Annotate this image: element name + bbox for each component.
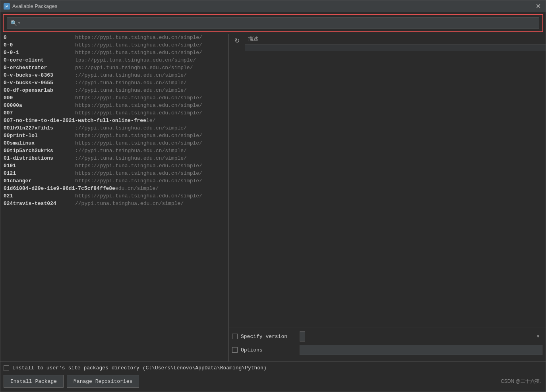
list-item[interactable]: 00lh9ln227xfih1s://pypi.tuna.tsinghua.ed…: [0, 124, 228, 132]
list-item[interactable]: 00-df-opensarlab://pypi.tuna.tsinghua.ed…: [0, 87, 228, 94]
list-item[interactable]: 0-v-bucks-v-9655://pypi.tuna.tsinghua.ed…: [0, 79, 228, 87]
package-url: ps://pypi.tuna.tsinghua.edu.cn/simple/: [75, 65, 193, 71]
list-item[interactable]: 007https://pypi.tuna.tsinghua.edu.cn/sim…: [0, 109, 228, 117]
search-dropdown-arrow[interactable]: ▾: [18, 21, 20, 25]
list-item[interactable]: 00tip5arch2ukrks://pypi.tuna.tsinghua.ed…: [0, 147, 228, 154]
install-to-user-label: Install to user's site packages director…: [12, 365, 267, 371]
package-list: 0https://pypi.tuna.tsinghua.edu.cn/simpl…: [0, 34, 228, 361]
version-select-wrapper: [300, 331, 542, 342]
package-name: 0101: [4, 163, 75, 169]
refresh-and-desc: ↻ 描述: [229, 34, 546, 328]
package-url: ://pypi.tuna.tsinghua.edu.cn/simple/: [75, 80, 187, 86]
list-item[interactable]: 0-0-1https://pypi.tuna.tsinghua.edu.cn/s…: [0, 49, 228, 56]
list-item[interactable]: 01-distributions://pypi.tuna.tsinghua.ed…: [0, 154, 228, 162]
watermark: CSDN @二十六夜.: [501, 378, 542, 385]
list-item[interactable]: 007-no-time-to-die-2021-watch-full-onlin…: [0, 117, 228, 124]
package-name: 0-v-bucks-v-8363: [4, 72, 75, 78]
options-checkbox[interactable]: [232, 347, 238, 353]
package-name: 00smalinux: [4, 140, 75, 146]
package-url: https://pypi.tuna.tsinghua.edu.cn/simple…: [75, 42, 202, 48]
title-bar: P Available Packages ✕: [0, 0, 546, 12]
list-item[interactable]: 0-core-clienttps://pypi.tuna.tsinghua.ed…: [0, 56, 228, 64]
close-button[interactable]: ✕: [534, 2, 542, 11]
available-packages-window: P Available Packages ✕ 🔍 ▾ 0https://pypi…: [0, 0, 546, 392]
package-name: 01-distributions: [4, 155, 75, 161]
main-content: 0https://pypi.tuna.tsinghua.edu.cn/simpl…: [0, 34, 546, 361]
list-item[interactable]: 0121https://pypi.tuna.tsinghua.edu.cn/si…: [0, 170, 228, 177]
package-name: 0-0-1: [4, 50, 75, 56]
package-name: 00print-lol: [4, 133, 75, 139]
package-url: ://pypi.tuna.tsinghua.edu.cn/simple/: [75, 72, 187, 78]
specify-version-row: Specify version: [232, 331, 542, 342]
buttons-left: Install Package Manage Repositories: [4, 375, 139, 388]
package-url: https://pypi.tuna.tsinghua.edu.cn/simple…: [75, 133, 202, 139]
bottom-bar: Install to user's site packages director…: [0, 361, 546, 392]
list-item[interactable]: 00print-lolhttps://pypi.tuna.tsinghua.ed…: [0, 132, 228, 139]
list-item[interactable]: 01d61084-d29e-11e9-96d1-7c5cf84ffe8eedu.…: [0, 185, 228, 192]
specify-version-label: Specify version: [241, 334, 296, 340]
package-url: https://pypi.tuna.tsinghua.edu.cn/simple…: [75, 140, 202, 146]
right-panel: ↻ 描述 Specify version: [229, 34, 546, 361]
package-name: 0-orchestrator: [4, 65, 75, 71]
package-url: https://pypi.tuna.tsinghua.edu.cn/simple…: [75, 110, 202, 116]
options-label: Options: [241, 347, 296, 353]
version-select[interactable]: [300, 331, 305, 342]
list-item[interactable]: 0-0https://pypi.tuna.tsinghua.edu.cn/sim…: [0, 41, 228, 49]
package-url: //pypi.tuna.tsinghua.edu.cn/simple/: [75, 201, 184, 207]
list-item[interactable]: 00000ahttps://pypi.tuna.tsinghua.edu.cn/…: [0, 102, 228, 109]
search-icon: 🔍: [10, 20, 17, 27]
package-name: 00lh9ln227xfih1s: [4, 125, 75, 131]
package-name: 01changer: [4, 178, 75, 184]
package-url: ://pypi.tuna.tsinghua.edu.cn/simple/: [75, 87, 187, 93]
buttons-row: Install Package Manage Repositories CSDN…: [0, 373, 546, 392]
package-name: 00tip5arch2ukrks: [4, 148, 75, 154]
package-name: 0-0: [4, 42, 75, 48]
search-icon-area: 🔍 ▾: [10, 20, 20, 27]
manage-repositories-button[interactable]: Manage Repositories: [67, 375, 139, 388]
specify-version-checkbox[interactable]: [232, 334, 238, 339]
package-list-panel: 0https://pypi.tuna.tsinghua.edu.cn/simpl…: [0, 34, 229, 361]
package-name: 007: [4, 110, 75, 116]
package-name: 01d61084-d29e-11e9-96d1-7c5cf84ffe8e: [4, 185, 115, 191]
package-name: 00000a: [4, 102, 75, 108]
package-name: 000: [4, 95, 75, 101]
package-url: https://pypi.tuna.tsinghua.edu.cn/simple…: [75, 178, 202, 184]
package-url: https://pypi.tuna.tsinghua.edu.cn/simple…: [75, 50, 202, 56]
package-name: 0-v-bucks-v-9655: [4, 80, 75, 86]
options-row: Options: [232, 345, 542, 355]
package-name: 0121: [4, 170, 75, 176]
list-item[interactable]: 000https://pypi.tuna.tsinghua.edu.cn/sim…: [0, 94, 228, 102]
options-input[interactable]: [300, 345, 542, 355]
list-item[interactable]: 0https://pypi.tuna.tsinghua.edu.cn/simpl…: [0, 34, 228, 41]
package-url: tps://pypi.tuna.tsinghua.edu.cn/simple/: [75, 57, 196, 63]
package-url: le/: [146, 118, 155, 124]
search-bar-container: 🔍 ▾: [3, 14, 543, 32]
list-item[interactable]: 024travis-test024//pypi.tuna.tsinghua.ed…: [0, 200, 228, 207]
package-url: ://pypi.tuna.tsinghua.edu.cn/simple/: [75, 155, 187, 161]
package-url: edu.cn/simple/: [115, 185, 159, 191]
install-checkbox-row: Install to user's site packages director…: [0, 362, 546, 373]
desc-panel: 描述: [245, 34, 546, 51]
install-package-button[interactable]: Install Package: [4, 375, 64, 388]
list-item[interactable]: 0-v-bucks-v-8363://pypi.tuna.tsinghua.ed…: [0, 71, 228, 79]
package-name: 007-no-time-to-die-2021-watch-full-onlin…: [4, 118, 146, 124]
list-item[interactable]: 021https://pypi.tuna.tsinghua.edu.cn/sim…: [0, 192, 228, 200]
list-item[interactable]: 0101https://pypi.tuna.tsinghua.edu.cn/si…: [0, 162, 228, 170]
package-url: https://pypi.tuna.tsinghua.edu.cn/simple…: [75, 35, 202, 41]
description-content: [245, 44, 546, 51]
refresh-btn-area: ↻: [229, 34, 245, 48]
search-input[interactable]: [22, 20, 536, 26]
refresh-button[interactable]: ↻: [234, 36, 240, 45]
list-item[interactable]: 01changerhttps://pypi.tuna.tsinghua.edu.…: [0, 177, 228, 185]
install-to-user-checkbox[interactable]: [4, 365, 9, 371]
package-url: ://pypi.tuna.tsinghua.edu.cn/simple/: [75, 148, 187, 154]
list-item[interactable]: 0-orchestratorps://pypi.tuna.tsinghua.ed…: [0, 64, 228, 71]
list-item[interactable]: 00smalinuxhttps://pypi.tuna.tsinghua.edu…: [0, 139, 228, 147]
title-bar-left: P Available Packages: [4, 3, 57, 10]
package-url: https://pypi.tuna.tsinghua.edu.cn/simple…: [75, 193, 202, 199]
package-url: https://pypi.tuna.tsinghua.edu.cn/simple…: [75, 102, 202, 108]
package-name: 021: [4, 193, 75, 199]
description-header: 描述: [245, 34, 546, 44]
package-name: 0-core-client: [4, 57, 75, 63]
package-name: 024travis-test024: [4, 201, 75, 207]
